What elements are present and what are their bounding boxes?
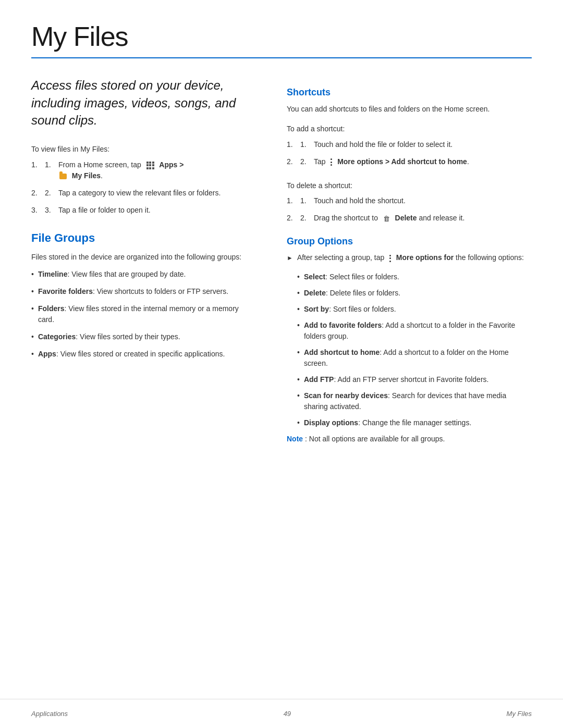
note-text: Note : Not all options are available for…: [287, 434, 532, 445]
delete-step-2: 2. Drag the shortcut to 🗑 Delete and rel…: [287, 213, 532, 224]
add-step-1: 1. Touch and hold the file or folder to …: [287, 139, 532, 150]
group-options-heading: Group Options: [287, 236, 532, 247]
page-container: My Files Access files stored on your dev…: [0, 0, 563, 486]
group-option-add-shortcut: Add shortcut to home: Add a shortcut to …: [297, 347, 532, 369]
group-option-select: Select: Select files or folders.: [297, 272, 532, 282]
title-divider: [31, 57, 532, 58]
footer-left: Applications: [31, 710, 68, 718]
group-options-list: Select: Select files or folders. Delete:…: [297, 272, 532, 428]
footer-right: My Files: [507, 710, 532, 718]
right-column: Shortcuts You can add shortcuts to files…: [287, 77, 532, 445]
file-groups-list: Timeline: View files that are grouped by…: [31, 269, 255, 360]
delete-step-1: 1. Touch and hold the shortcut.: [287, 195, 532, 206]
group-option-delete: Delete: Delete files or folders.: [297, 288, 532, 299]
folder-icon: [59, 174, 67, 179]
group-option-add-favorite: Add to favorite folders: Add a shortcut …: [297, 320, 532, 342]
note-label: Note: [287, 435, 303, 443]
file-group-categories: Categories: View files sorted by their t…: [31, 331, 255, 342]
group-option-sort: Sort by: Sort files or folders.: [297, 304, 532, 315]
group-options-arrow-list: ► After selecting a group, tap More opti…: [287, 252, 532, 263]
more-options-icon-2: [389, 255, 391, 262]
two-column-layout: Access files stored on your device, incl…: [31, 77, 532, 445]
delete-shortcut-steps: 1. Touch and hold the shortcut. 2. Drag …: [287, 195, 532, 224]
intro-text: Access files stored on your device, incl…: [31, 77, 255, 129]
delete-trash-icon: 🗑: [383, 214, 390, 224]
view-step-1: 1. From a Home screen, tap Apps > My Fil…: [31, 159, 255, 181]
page-title: My Files: [31, 21, 532, 52]
file-group-apps: Apps: View files stored or created in sp…: [31, 349, 255, 360]
group-option-scan: Scan for nearby devices: Search for devi…: [297, 390, 532, 412]
page-footer: Applications 49 My Files: [0, 699, 563, 728]
file-group-favorite: Favorite folders: View shortcuts to fold…: [31, 286, 255, 297]
file-groups-intro: Files stored in the device are organized…: [31, 251, 255, 263]
file-group-timeline: Timeline: View files that are grouped by…: [31, 269, 255, 280]
to-add-label: To add a shortcut:: [287, 123, 532, 134]
view-step-3: 3. Tap a file or folder to open it.: [31, 205, 255, 216]
group-option-display: Display options: Change the file manager…: [297, 417, 532, 428]
left-column: Access files stored on your device, incl…: [31, 77, 255, 445]
group-options-intro-item: ► After selecting a group, tap More opti…: [287, 252, 532, 263]
view-step-2: 2. Tap a category to view the relevant f…: [31, 188, 255, 199]
file-group-folders: Folders: View files stored in the intern…: [31, 303, 255, 325]
arrow-right-icon: ►: [287, 253, 293, 263]
group-option-add-ftp: Add FTP: Add an FTP server shortcut in F…: [297, 374, 532, 385]
shortcuts-intro: You can add shortcuts to files and folde…: [287, 103, 532, 115]
more-options-icon: [331, 158, 332, 166]
to-delete-label: To delete a shortcut:: [287, 180, 532, 191]
apps-grid-icon: [146, 162, 154, 169]
footer-center: 49: [284, 710, 291, 718]
shortcuts-heading: Shortcuts: [287, 87, 532, 98]
view-files-steps: 1. From a Home screen, tap Apps > My Fil…: [31, 159, 255, 216]
add-shortcut-steps: 1. Touch and hold the file or folder to …: [287, 139, 532, 167]
add-step-2: 2. Tap More options > Add shortcut to ho…: [287, 156, 532, 167]
file-groups-heading: File Groups: [31, 231, 255, 245]
view-files-label: To view files in My Files:: [31, 145, 255, 153]
